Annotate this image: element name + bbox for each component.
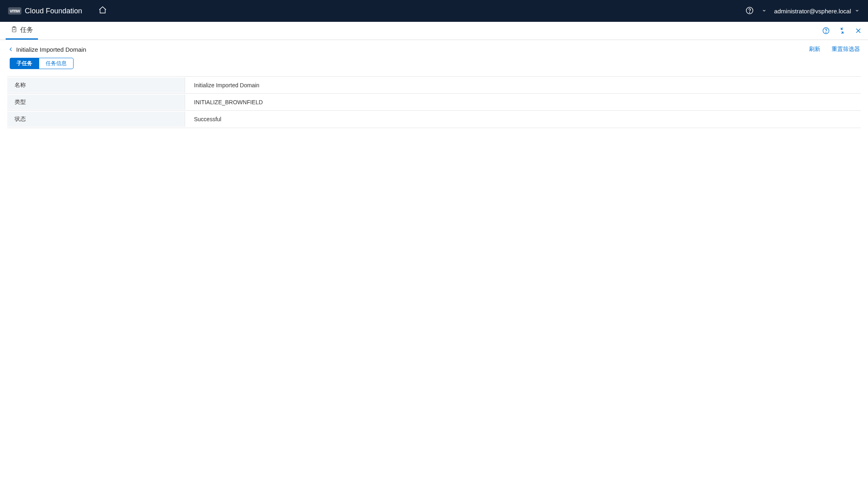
close-panel-icon[interactable]: [854, 27, 862, 35]
app-header: vmw Cloud Foundation administrator@vsphe…: [0, 0, 868, 22]
details-table: 名称 Initialize Imported Domain 类型 INITIAL…: [7, 76, 861, 128]
brand-title: Cloud Foundation: [25, 7, 82, 15]
refresh-link[interactable]: 刷新: [809, 46, 820, 53]
clipboard-icon: [11, 26, 18, 35]
svg-point-5: [826, 32, 826, 33]
tab-tasks-label: 任务: [20, 26, 33, 34]
subtab-taskinfo[interactable]: 任务信息: [39, 58, 74, 69]
back-button[interactable]: [8, 46, 14, 52]
detail-label-name: 名称: [7, 78, 185, 93]
table-row: 状态 Successful: [7, 111, 861, 128]
subtab-subtasks[interactable]: 子任务: [10, 58, 39, 69]
help-icon[interactable]: [745, 6, 754, 16]
table-row: 名称 Initialize Imported Domain: [7, 77, 861, 94]
header-dropdown-icon[interactable]: [761, 8, 767, 15]
segmented-tabs: 子任务 任务信息: [10, 58, 74, 69]
table-row: 类型 INITIALIZE_BROWNFIELD: [7, 94, 861, 111]
chevron-down-icon: [854, 8, 860, 15]
breadcrumb-row: Initialize Imported Domain 刷新 重置筛选器: [0, 40, 868, 56]
breadcrumb-title: Initialize Imported Domain: [16, 46, 86, 53]
collapse-panel-icon[interactable]: [838, 27, 846, 35]
detail-value-status: Successful: [185, 112, 230, 126]
panel-help-icon[interactable]: [822, 27, 830, 35]
detail-label-type: 类型: [7, 95, 185, 110]
user-label: administrator@vsphere.local: [774, 8, 851, 15]
header-right: administrator@vsphere.local: [745, 6, 860, 16]
subheader: 任务: [0, 22, 868, 40]
tab-tasks[interactable]: 任务: [6, 22, 38, 40]
svg-point-1: [749, 12, 750, 13]
reset-filters-link[interactable]: 重置筛选器: [832, 46, 860, 53]
subheader-actions: [822, 22, 862, 40]
brand-badge: vmw: [8, 7, 21, 15]
detail-value-type: INITIALIZE_BROWNFIELD: [185, 95, 272, 109]
home-icon[interactable]: [98, 6, 107, 17]
detail-value-name: Initialize Imported Domain: [185, 78, 268, 93]
user-menu[interactable]: administrator@vsphere.local: [774, 8, 860, 15]
detail-label-status: 状态: [7, 112, 185, 127]
